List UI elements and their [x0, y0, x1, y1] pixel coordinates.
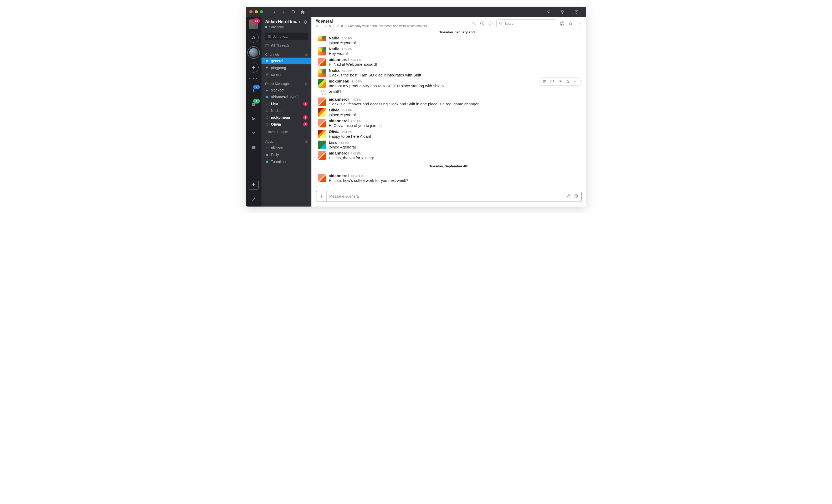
- message[interactable]: aidannerol4:42 PMSlack is a lifesaver an…: [311, 97, 586, 107]
- message[interactable]: aidannerol4:37 PMHi Nadia! Welcome aboar…: [311, 57, 586, 68]
- message[interactable]: 4:40 PMor slift?: [311, 89, 586, 97]
- message-author[interactable]: Nadia: [329, 68, 340, 73]
- avatar[interactable]: [318, 69, 326, 77]
- thread-icon[interactable]: [548, 78, 556, 85]
- sidebar-dm-slackbot[interactable]: ♥slackbot: [261, 87, 311, 94]
- history-icon[interactable]: [572, 8, 581, 15]
- apps-header[interactable]: Apps ⊕: [261, 136, 311, 144]
- rail-workspace-3[interactable]: [247, 46, 260, 59]
- members-icon[interactable]: [324, 24, 327, 28]
- layers-icon[interactable]: [558, 8, 567, 15]
- message[interactable]: Nadia4:37 PMHey Aidan!: [311, 46, 586, 57]
- message[interactable]: Nadia4:39 PMSlack is the best. I am SO g…: [311, 68, 586, 78]
- avatar[interactable]: [318, 151, 326, 160]
- avatar[interactable]: [318, 47, 326, 55]
- avatar[interactable]: [318, 36, 326, 41]
- avatar[interactable]: [318, 130, 326, 138]
- message-author[interactable]: aidannerol: [329, 97, 349, 101]
- avatar[interactable]: [318, 140, 326, 149]
- rail-workspace-2[interactable]: A: [249, 33, 259, 43]
- add-reaction-icon[interactable]: [540, 78, 548, 85]
- sidebar-dm-olivia[interactable]: Olivia2: [261, 121, 311, 128]
- overflow-icon[interactable]: ⋮: [576, 21, 582, 26]
- message[interactable]: aidannerol4:50 PMHi Olivia, nice of you …: [311, 118, 586, 129]
- star-icon[interactable]: [564, 78, 572, 85]
- rail-add-workspace[interactable]: +: [249, 62, 259, 73]
- window-minimize[interactable]: [255, 10, 258, 14]
- search-input[interactable]: [504, 21, 554, 26]
- compose-input[interactable]: [327, 194, 563, 198]
- window-zoom[interactable]: [260, 10, 263, 14]
- at-icon[interactable]: @: [566, 194, 571, 199]
- message[interactable]: Nadia4:36 PMjoined #general.: [311, 35, 586, 46]
- message[interactable]: nickpineau4:40 PMme too! my productivity…: [311, 78, 586, 89]
- message[interactable]: Lisa4:56 PMjoined #general.: [311, 139, 586, 150]
- add-dm-icon[interactable]: ⊕: [305, 82, 308, 86]
- sidebar-app-nikabot[interactable]: nikabot: [261, 144, 311, 151]
- avatar[interactable]: [318, 174, 326, 182]
- sidebar-app-polly[interactable]: Polly: [261, 151, 311, 158]
- share-arrow-icon[interactable]: [556, 78, 564, 85]
- call-icon[interactable]: [471, 21, 476, 26]
- compose-box[interactable]: + @: [316, 191, 581, 202]
- star-icon[interactable]: [316, 24, 319, 28]
- search-box[interactable]: [496, 20, 556, 27]
- message-author[interactable]: Lisa: [329, 140, 337, 144]
- mentions-icon[interactable]: @: [560, 21, 565, 26]
- message[interactable]: aidannerol10:28 AMHi Lisa, how's coffee …: [311, 173, 586, 184]
- rail-linkedin[interactable]: [249, 114, 258, 124]
- sidebar-channel-general[interactable]: #general: [261, 57, 311, 64]
- reload-icon[interactable]: [291, 9, 296, 14]
- jump-to[interactable]: Jump to...: [265, 33, 308, 40]
- rail-workspace-1[interactable]: 14: [249, 20, 258, 29]
- star-outline-icon[interactable]: [568, 21, 573, 26]
- rail-facebook[interactable]: 2: [249, 86, 258, 95]
- rail-add-app[interactable]: +: [249, 180, 259, 190]
- rail-app-generic[interactable]: [249, 128, 258, 138]
- home-icon[interactable]: [301, 9, 305, 14]
- message[interactable]: Olivia4:49 PMjoined #general.: [311, 107, 586, 118]
- rail-settings[interactable]: [249, 194, 258, 204]
- message-author[interactable]: Olivia: [329, 129, 340, 134]
- avatar[interactable]: [318, 58, 326, 66]
- message-author[interactable]: Nadia: [329, 47, 340, 51]
- message-author[interactable]: nickpineau: [329, 79, 349, 83]
- rail-folder[interactable]: [249, 142, 258, 152]
- message-author[interactable]: Olivia: [329, 108, 340, 112]
- rail-more[interactable]: • • •: [250, 76, 258, 80]
- window-close[interactable]: [250, 10, 253, 14]
- message-author[interactable]: aidannerol: [329, 118, 349, 123]
- sidebar-channel-pingpong[interactable]: #pingpong: [261, 64, 311, 71]
- info-icon[interactable]: [479, 21, 485, 26]
- avatar[interactable]: [318, 119, 326, 128]
- sidebar-dm-nickpineau[interactable]: nickpineau1: [261, 114, 311, 121]
- gear-icon[interactable]: [488, 21, 493, 26]
- bell-icon[interactable]: [304, 20, 308, 24]
- message-list[interactable]: Tuesday, January 2ndNadia4:36 PMjoined #…: [311, 30, 586, 188]
- more-icon[interactable]: ⋯: [572, 78, 580, 85]
- invite-people[interactable]: + Invite People: [261, 128, 311, 136]
- avatar[interactable]: [318, 79, 326, 88]
- message-author[interactable]: aidannerol: [329, 174, 349, 178]
- avatar[interactable]: [318, 108, 326, 117]
- forward-icon[interactable]: [282, 9, 286, 14]
- sidebar-channel-random[interactable]: #random: [261, 71, 311, 78]
- compose-add-icon[interactable]: +: [316, 191, 327, 202]
- all-threads[interactable]: All Threads: [261, 42, 311, 49]
- message-author[interactable]: aidannerol: [329, 57, 349, 62]
- add-app-icon[interactable]: ⊕: [305, 139, 308, 143]
- sidebar-dm-aidannerol[interactable]: aidannerol (you): [261, 94, 311, 100]
- back-icon[interactable]: [272, 9, 277, 14]
- rail-messenger[interactable]: 1: [249, 100, 258, 109]
- avatar[interactable]: [318, 98, 326, 106]
- sidebar-dm-lisa[interactable]: Lisa3: [261, 100, 311, 107]
- pin-icon[interactable]: [336, 24, 339, 28]
- share-icon[interactable]: [544, 8, 553, 15]
- message[interactable]: aidannerol5:06 PMHi Lisa, thanks for joi…: [311, 150, 586, 161]
- dms-header[interactable]: Direct Messages ⊕: [261, 78, 311, 87]
- message-author[interactable]: aidannerol: [329, 151, 349, 155]
- sidebar-dm-nadia[interactable]: Nadia: [261, 107, 311, 114]
- emoji-icon[interactable]: [573, 194, 578, 199]
- add-channel-icon[interactable]: ⊕: [305, 53, 308, 56]
- message-author[interactable]: Nadia: [329, 36, 340, 40]
